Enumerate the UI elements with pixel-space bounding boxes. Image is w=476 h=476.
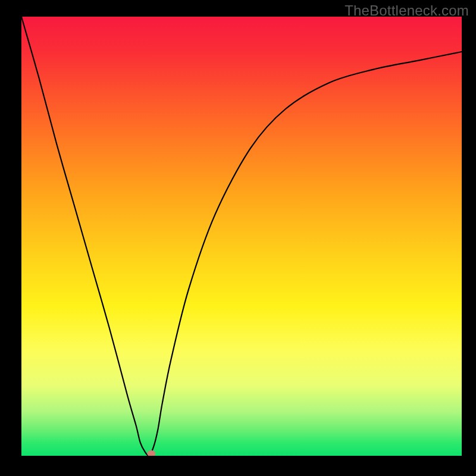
plot-area xyxy=(21,17,462,456)
bottleneck-curve xyxy=(21,17,462,456)
chart-frame: TheBottleneck.com xyxy=(0,0,476,476)
minimum-marker xyxy=(147,450,155,456)
watermark-text: TheBottleneck.com xyxy=(345,2,469,19)
bottleneck-curve-svg xyxy=(21,17,462,456)
